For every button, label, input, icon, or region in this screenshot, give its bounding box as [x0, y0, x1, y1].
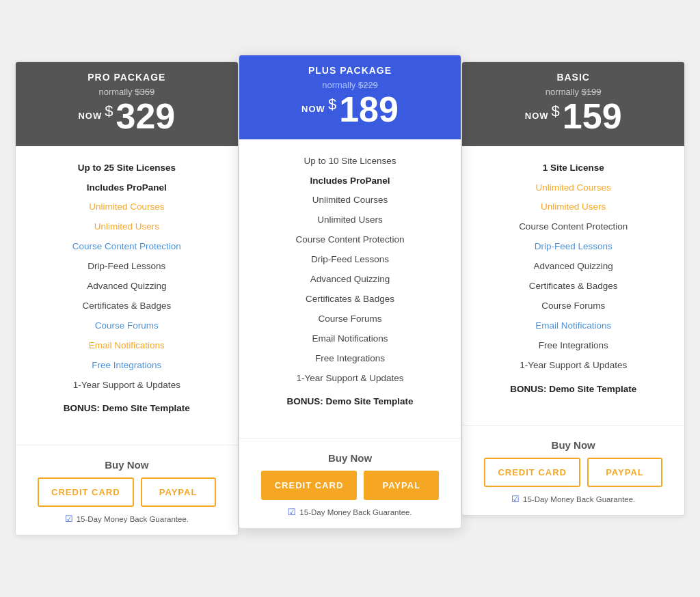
now-label-plus: NOW: [301, 104, 325, 114]
feature-item-plus-10: Free Integrations: [250, 349, 450, 369]
card-body-pro: Up to 25 Site LicensesIncludes ProPanelU…: [16, 146, 238, 441]
feature-list-pro: Up to 25 Site LicensesIncludes ProPanelU…: [27, 158, 227, 419]
feature-item-basic-10: 1-Year Support & Updates: [473, 356, 673, 376]
guarantee-plus: ☑15-Day Money Back Guarantee.: [250, 507, 450, 517]
feature-item-plus-12: BONUS: Demo Site Template: [250, 392, 450, 412]
feature-item-plus-9: Email Notifications: [250, 329, 450, 349]
pricing-card-plus: PLUS PACKAGEnormally $229NOW$189Up to 10…: [239, 55, 462, 529]
checkbox-icon-plus: ☑: [288, 507, 296, 517]
buy-section-basic: Buy NowCREDIT CARDPAYPAL☑15-Day Money Ba…: [462, 432, 684, 515]
buy-now-label-basic: Buy Now: [473, 439, 673, 451]
divider-basic: [462, 425, 684, 426]
divider-pro: [16, 445, 238, 445]
feature-item-pro-6: Advanced Quizzing: [27, 277, 227, 296]
buy-now-label-pro: Buy Now: [27, 459, 227, 471]
credit-card-button-plus[interactable]: CREDIT CARD: [261, 471, 358, 500]
buy-now-label-plus: Buy Now: [250, 452, 450, 464]
guarantee-text-plus: 15-Day Money Back Guarantee.: [299, 508, 412, 516]
checkbox-icon-pro: ☑: [65, 514, 73, 524]
feature-item-basic-9: Free Integrations: [473, 336, 673, 356]
feature-item-pro-7: Certificates & Badges: [27, 296, 227, 316]
price-amount-plus: 189: [339, 92, 399, 127]
feature-item-plus-2: Unlimited Courses: [250, 191, 450, 210]
feature-item-basic-0: 1 Site License: [473, 158, 673, 178]
feature-item-pro-3: Unlimited Users: [27, 217, 227, 237]
feature-list-plus: Up to 10 Site LicensesIncludes ProPanelU…: [250, 152, 450, 413]
feature-item-basic-5: Advanced Quizzing: [473, 257, 673, 277]
price-row-pro: NOW$329: [23, 98, 231, 134]
buy-section-plus: Buy NowCREDIT CARDPAYPAL☑15-Day Money Ba…: [239, 445, 461, 528]
feature-item-pro-9: Email Notifications: [27, 336, 227, 356]
guarantee-pro: ☑15-Day Money Back Guarantee.: [27, 514, 227, 524]
feature-item-plus-5: Drip-Feed Lessons: [250, 250, 450, 270]
feature-item-pro-8: Course Forums: [27, 316, 227, 336]
feature-item-basic-4: Drip-Feed Lessons: [473, 237, 673, 257]
feature-item-basic-11: BONUS: Demo Site Template: [473, 380, 673, 400]
feature-item-basic-1: Unlimited Courses: [473, 178, 673, 198]
feature-item-plus-3: Unlimited Users: [250, 210, 450, 230]
dollar-sign-basic: $: [552, 102, 560, 120]
pricing-card-pro: PRO PACKAGEnormally $369NOW$329Up to 25 …: [15, 61, 239, 536]
feature-item-pro-1: Includes ProPanel: [27, 178, 227, 198]
paypal-button-pro[interactable]: PAYPAL: [141, 477, 216, 507]
card-header-plus: PLUS PACKAGEnormally $229NOW$189: [239, 55, 461, 139]
paypal-button-basic[interactable]: PAYPAL: [587, 458, 662, 487]
credit-card-button-pro[interactable]: CREDIT CARD: [38, 477, 134, 507]
feature-item-basic-7: Course Forums: [473, 296, 673, 316]
package-name-pro: PRO PACKAGE: [23, 72, 231, 83]
feature-item-pro-2: Unlimited Courses: [27, 197, 227, 217]
feature-item-basic-3: Course Content Protection: [473, 217, 673, 237]
checkbox-icon-basic: ☑: [511, 494, 520, 504]
dollar-sign-pro: $: [105, 102, 113, 120]
normally-price-basic: normally $199: [469, 87, 677, 97]
guarantee-text-basic: 15-Day Money Back Guarantee.: [523, 495, 635, 503]
feature-item-basic-2: Unlimited Users: [473, 197, 673, 217]
feature-item-pro-10: Free Integrations: [27, 356, 227, 376]
buy-section-pro: Buy NowCREDIT CARDPAYPAL☑15-Day Money Ba…: [16, 452, 238, 535]
feature-item-basic-8: Email Notifications: [473, 316, 673, 336]
pricing-container: PRO PACKAGEnormally $369NOW$329Up to 25 …: [15, 61, 685, 536]
guarantee-text-pro: 15-Day Money Back Guarantee.: [77, 515, 189, 523]
feature-item-plus-11: 1-Year Support & Updates: [250, 369, 450, 389]
card-header-pro: PRO PACKAGEnormally $369NOW$329: [16, 62, 238, 146]
feature-item-plus-6: Advanced Quizzing: [250, 270, 450, 290]
price-row-plus: NOW$189: [246, 92, 455, 127]
card-body-plus: Up to 10 Site LicensesIncludes ProPanelU…: [239, 139, 461, 434]
normally-price-plus: normally $229: [246, 80, 455, 90]
package-name-basic: BASIC: [469, 72, 677, 83]
normally-price-pro: normally $369: [23, 87, 231, 97]
card-header-basic: BASICnormally $199NOW$159: [462, 62, 684, 146]
paypal-button-plus[interactable]: PAYPAL: [364, 471, 439, 500]
price-amount-basic: 159: [563, 98, 622, 134]
btn-row-pro: CREDIT CARDPAYPAL: [27, 477, 227, 507]
feature-item-plus-1: Includes ProPanel: [250, 171, 450, 191]
feature-item-pro-5: Drip-Feed Lessons: [27, 257, 227, 277]
pricing-card-basic: BASICnormally $199NOW$1591 Site LicenseU…: [461, 61, 685, 516]
feature-item-basic-6: Certificates & Badges: [473, 277, 673, 296]
btn-row-basic: CREDIT CARDPAYPAL: [473, 458, 673, 487]
feature-item-plus-7: Certificates & Badges: [250, 290, 450, 309]
now-label-pro: NOW: [78, 111, 102, 121]
dollar-sign-plus: $: [328, 96, 336, 113]
divider-plus: [239, 438, 461, 439]
feature-item-pro-11: 1-Year Support & Updates: [27, 376, 227, 395]
price-amount-pro: 329: [116, 98, 175, 134]
price-row-basic: NOW$159: [469, 98, 677, 134]
now-label-basic: NOW: [525, 111, 549, 121]
feature-item-pro-4: Course Content Protection: [27, 237, 227, 257]
feature-item-plus-8: Course Forums: [250, 309, 450, 329]
feature-item-plus-0: Up to 10 Site Licenses: [250, 152, 450, 171]
credit-card-button-basic[interactable]: CREDIT CARD: [484, 458, 580, 487]
feature-item-pro-0: Up to 25 Site Licenses: [27, 158, 227, 178]
feature-item-pro-12: BONUS: Demo Site Template: [27, 399, 227, 419]
package-name-plus: PLUS PACKAGE: [246, 65, 455, 76]
guarantee-basic: ☑15-Day Money Back Guarantee.: [473, 494, 673, 504]
card-body-basic: 1 Site LicenseUnlimited CoursesUnlimited…: [462, 146, 684, 421]
btn-row-plus: CREDIT CARDPAYPAL: [250, 471, 450, 500]
feature-list-basic: 1 Site LicenseUnlimited CoursesUnlimited…: [473, 158, 673, 400]
feature-item-plus-4: Course Content Protection: [250, 230, 450, 250]
